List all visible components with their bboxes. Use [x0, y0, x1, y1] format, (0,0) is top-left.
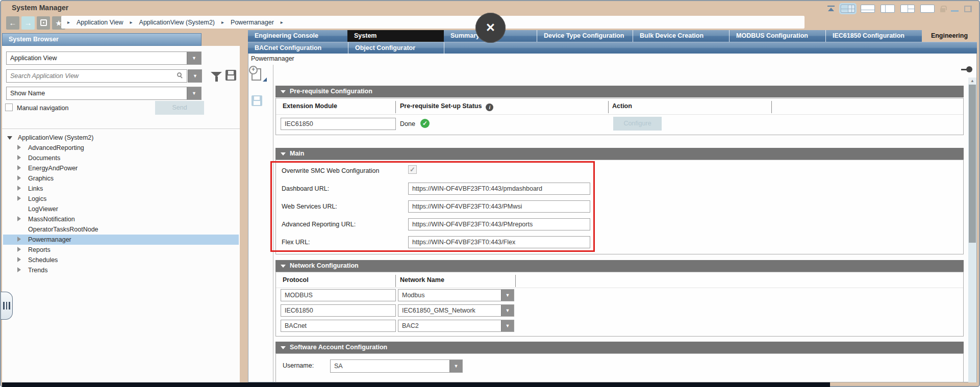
- tree-item-logviewer[interactable]: LogViewer: [3, 204, 239, 214]
- window-title: System Manager: [12, 4, 68, 12]
- annotation-highlight-box: [270, 161, 595, 252]
- search-options-dropdown[interactable]: ▼: [188, 69, 202, 83]
- network-name-dropdown-iec61850[interactable]: IEC61850_GMS_Network▼: [398, 304, 514, 317]
- tree-item-reports[interactable]: Reports: [3, 245, 239, 255]
- tree-item-powermanager[interactable]: Powermanager: [3, 235, 239, 245]
- tree-item-trends[interactable]: Trends: [3, 265, 239, 275]
- display-mode-dropdown[interactable]: Show Name ▼: [6, 87, 202, 100]
- section-header-network[interactable]: Network Configuration: [275, 260, 964, 272]
- tree-item-applicationview-system2[interactable]: ApplicationView (System2): [3, 133, 239, 143]
- layout-quad-icon[interactable]: [841, 5, 855, 13]
- search-box[interactable]: [6, 69, 187, 83]
- column-header-action: Action: [612, 102, 632, 110]
- tab-iec61850-configuration[interactable]: IEC61850 Configuration: [825, 30, 922, 42]
- username-label: Username:: [283, 362, 314, 369]
- collapse-top-icon[interactable]: [827, 5, 835, 12]
- back-button[interactable]: ←: [6, 16, 19, 30]
- chevron-down-icon[interactable]: ▼: [187, 87, 201, 99]
- network-name-dropdown-bacnet[interactable]: BAC2▼: [398, 320, 514, 332]
- scrollbar-up-icon[interactable]: ▲: [968, 78, 976, 84]
- tab-engineering-mode[interactable]: Engineering: [922, 30, 977, 42]
- tree-item-schedules[interactable]: Schedules: [3, 255, 239, 265]
- collapsed-triangle-icon[interactable]: [17, 185, 26, 192]
- tree-item-energyandpower[interactable]: EnergyAndPower: [3, 163, 239, 173]
- tree-item-documents[interactable]: Documents: [3, 153, 239, 163]
- layout-single-icon[interactable]: [920, 5, 935, 13]
- manual-navigation-checkbox[interactable]: [5, 104, 13, 111]
- tree-item-graphics[interactable]: Graphics: [3, 173, 239, 184]
- history-button[interactable]: [37, 16, 50, 30]
- protocol-input-modbus[interactable]: [281, 289, 396, 301]
- collapsed-triangle-icon[interactable]: [17, 236, 26, 243]
- tree-item-operatortasksrootnode[interactable]: OperatorTasksRootNode: [3, 224, 239, 235]
- protocol-input-iec61850[interactable]: [281, 304, 396, 317]
- new-object-dropdown-icon[interactable]: [263, 78, 267, 82]
- save-search-icon[interactable]: [225, 70, 236, 81]
- send-button[interactable]: Send: [155, 101, 204, 115]
- tab-modbus-configuration[interactable]: MODBUS Configuration: [729, 30, 825, 42]
- tree-item-links[interactable]: Links: [3, 184, 239, 194]
- collapsed-triangle-icon[interactable]: [17, 165, 26, 172]
- close-icon: ✕: [486, 21, 495, 34]
- chevron-down-icon[interactable]: ▼: [501, 320, 514, 331]
- username-dropdown[interactable]: SA▼: [330, 359, 463, 373]
- protocol-input-bacnet[interactable]: [281, 320, 396, 332]
- collapsed-triangle-icon[interactable]: [17, 216, 26, 223]
- filter-icon[interactable]: [211, 72, 222, 77]
- tree-item-logics[interactable]: Logics: [3, 194, 239, 204]
- chevron-down-icon[interactable]: ▼: [501, 290, 514, 301]
- minimize-icon[interactable]: [951, 10, 959, 12]
- system-browser-tree: ApplicationView (System2) AdvancedReport…: [3, 133, 239, 275]
- layout-left-icon[interactable]: [881, 5, 895, 13]
- forward-button[interactable]: →: [21, 16, 35, 30]
- tab-device-type-configuration[interactable]: Device Type Configuration: [537, 30, 633, 42]
- window-controls: [827, 4, 972, 13]
- info-icon[interactable]: i: [486, 104, 493, 111]
- chevron-down-icon[interactable]: ▼: [187, 52, 201, 64]
- breadcrumb-item-applicationview-system2[interactable]: ApplicationView (System2): [139, 19, 215, 26]
- section-header-prerequisite[interactable]: Pre-requisite Configuration: [275, 86, 964, 97]
- chevron-down-icon[interactable]: ▼: [449, 360, 462, 372]
- breadcrumb-item-powermanager[interactable]: Powermanager: [231, 19, 274, 26]
- pin-icon[interactable]: [961, 66, 972, 72]
- view-selector-dropdown[interactable]: Application View ▼: [6, 51, 202, 65]
- expanded-triangle-icon[interactable]: [7, 134, 15, 141]
- configure-button[interactable]: Configure: [613, 117, 662, 131]
- new-object-icon[interactable]: [252, 68, 261, 81]
- section-header-software-account[interactable]: Software Account Configuration: [275, 342, 964, 353]
- display-mode-value: Show Name: [10, 90, 45, 97]
- save-icon[interactable]: [252, 95, 262, 106]
- tab-engineering-console[interactable]: Engineering Console: [248, 30, 347, 42]
- network-name-dropdown-modbus[interactable]: Modbus▼: [398, 289, 514, 301]
- collapsed-triangle-icon[interactable]: [17, 175, 26, 182]
- scrollbar-thumb[interactable]: [969, 85, 976, 243]
- chevron-down-icon[interactable]: ▼: [501, 305, 514, 316]
- restore-icon[interactable]: [964, 6, 972, 12]
- breadcrumb-item-application-view[interactable]: Application View: [77, 19, 123, 26]
- lock-icon[interactable]: [940, 6, 945, 12]
- tab-object-configurator[interactable]: Object Configurator: [348, 42, 444, 54]
- layout-bottom-icon[interactable]: [861, 5, 875, 13]
- collapsed-triangle-icon[interactable]: [17, 154, 26, 162]
- section-header-main[interactable]: Main: [275, 148, 964, 160]
- chevron-down-icon: ▼: [188, 70, 202, 82]
- tab-bacnet-configuration[interactable]: BACnet Configuration: [248, 42, 348, 54]
- collapsed-triangle-icon[interactable]: [17, 256, 26, 264]
- tree-item-advancedreporting[interactable]: AdvancedReporting: [3, 143, 239, 153]
- tab-system[interactable]: System: [347, 30, 444, 42]
- panel-collapse-handle[interactable]: [1, 292, 13, 320]
- extension-module-input[interactable]: [281, 118, 396, 130]
- tab-bulk-device-creation[interactable]: Bulk Device Creation: [633, 30, 729, 42]
- search-input[interactable]: [10, 70, 163, 82]
- collapsed-triangle-icon[interactable]: [17, 267, 26, 274]
- collapsed-triangle-icon[interactable]: [17, 144, 26, 151]
- tree-item-massnotification[interactable]: MassNotification: [3, 214, 239, 224]
- tab-separator: [444, 42, 451, 54]
- view-selector-value: Application View: [10, 55, 57, 62]
- collapsed-triangle-icon[interactable]: [17, 246, 26, 253]
- layout-split-icon[interactable]: [900, 5, 915, 13]
- app-window: System Manager ← → ★ ▸ Application View …: [0, 0, 980, 387]
- collapsed-triangle-icon[interactable]: [17, 195, 26, 202]
- breadcrumb-chevron-icon: ▸: [221, 19, 224, 25]
- close-button[interactable]: ✕: [475, 13, 506, 43]
